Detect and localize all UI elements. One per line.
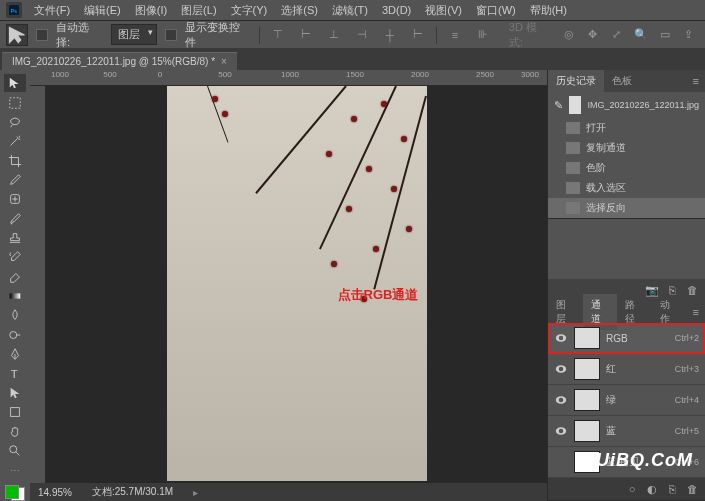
history-item[interactable]: 载入选区 [548,178,705,198]
visibility-toggle-icon[interactable] [554,424,568,438]
eraser-tool[interactable] [4,268,26,286]
history-step-icon [566,202,580,214]
separator [436,26,437,44]
close-tab-icon[interactable]: × [221,56,227,67]
menu-window[interactable]: 窗口(W) [470,1,522,20]
canvas-image[interactable]: 点击RGB通道 [167,86,427,481]
distribute-icon-2[interactable]: ⊪ [473,25,493,45]
menu-file[interactable]: 文件(F) [28,1,76,20]
3d-orbit-icon[interactable]: ◎ [559,25,579,45]
auto-select-dropdown[interactable]: 图层 [111,24,157,45]
watermark: UiBQ.CoM [596,450,693,471]
lasso-tool[interactable] [4,113,26,131]
visibility-toggle-icon[interactable] [554,362,568,376]
tab-channels[interactable]: 通道 [583,294,618,330]
auto-select-label: 自动选择: [56,20,103,50]
align-vcenter-icon[interactable]: ⊢ [296,25,316,45]
save-selection-icon[interactable]: ◐ [645,482,659,496]
magic-wand-tool[interactable] [4,132,26,150]
channels-footer: ○ ◐ ⎘ 🗑 [548,478,705,500]
panel-menu-icon[interactable]: ≡ [687,75,705,87]
history-brush-tool[interactable] [4,248,26,266]
3d-pan-icon[interactable]: ✥ [583,25,603,45]
menu-filter[interactable]: 滤镜(T) [326,1,374,20]
pen-tool[interactable] [4,345,26,363]
zoom-level[interactable]: 14.95% [38,487,72,498]
tab-actions[interactable]: 动作 [652,294,687,330]
history-brush-source-icon: ✎ [554,99,563,112]
channel-row-blue[interactable]: 蓝 Ctrl+5 [548,416,705,447]
color-swatches[interactable] [5,485,25,501]
crop-tool[interactable] [4,151,26,169]
annotation-text: 点击RGB通道 [338,286,419,304]
menu-help[interactable]: 帮助(H) [524,1,573,20]
align-bottom-icon[interactable]: ⊥ [324,25,344,45]
zoom-tool[interactable] [4,442,26,460]
menu-view[interactable]: 视图(V) [419,1,468,20]
menubar: Ps 文件(F) 编辑(E) 图像(I) 图层(L) 文字(Y) 选择(S) 滤… [0,0,705,20]
trash-icon[interactable]: 🗑 [685,283,699,297]
history-item[interactable]: 复制通道 [548,138,705,158]
history-item[interactable]: 打开 [548,118,705,138]
document-tab[interactable]: IMG_20210226_122011.jpg @ 15%(RGB/8) * × [2,52,237,70]
edit-toolbar-icon[interactable]: ⋯ [4,461,26,479]
history-source-row[interactable]: ✎ IMG_20210226_122011.jpg [548,92,705,118]
search-icon[interactable]: 🔍 [631,25,651,45]
dodge-tool[interactable] [4,326,26,344]
blur-tool[interactable] [4,306,26,324]
workspace-icon[interactable]: ▭ [655,25,675,45]
show-transform-label: 显示变换控件 [185,20,251,50]
panel-menu-icon[interactable]: ≡ [687,306,705,318]
history-item[interactable]: 选择反向 [548,198,705,218]
menu-image[interactable]: 图像(I) [129,1,173,20]
path-select-tool[interactable] [4,384,26,402]
eyedropper-tool[interactable] [4,171,26,189]
menu-type[interactable]: 文字(Y) [225,1,274,20]
visibility-toggle-icon[interactable] [554,393,568,407]
current-tool-icon[interactable] [6,24,28,46]
tab-paths[interactable]: 路径 [617,294,652,330]
menu-layer[interactable]: 图层(L) [175,1,222,20]
tab-history[interactable]: 历史记录 [548,70,604,92]
channel-thumb [574,420,600,442]
menu-edit[interactable]: 编辑(E) [78,1,127,20]
align-top-icon[interactable]: ⊤ [268,25,288,45]
brush-tool[interactable] [4,210,26,228]
visibility-toggle-icon[interactable] [554,455,568,469]
ruler-vertical[interactable] [30,86,46,501]
gradient-tool[interactable] [4,287,26,305]
visibility-toggle-icon[interactable] [554,331,568,345]
distribute-icon[interactable]: ≡ [445,25,465,45]
svg-rect-7 [11,408,20,417]
hand-tool[interactable] [4,422,26,440]
status-dropdown-icon[interactable]: ▸ [193,487,198,498]
doc-info: 文档:25.7M/30.1M [92,485,173,499]
channel-row-red[interactable]: 红 Ctrl+3 [548,354,705,385]
status-bar: 14.95% 文档:25.7M/30.1M ▸ [30,483,547,501]
load-selection-icon[interactable]: ○ [625,482,639,496]
share-icon[interactable]: ⇪ [679,25,699,45]
healing-tool[interactable] [4,190,26,208]
tab-swatches[interactable]: 色板 [604,70,640,92]
align-left-icon[interactable]: ⊣ [352,25,372,45]
history-item[interactable]: 色阶 [548,158,705,178]
marquee-tool[interactable] [4,93,26,111]
align-hcenter-icon[interactable]: ┼ [380,25,400,45]
menu-3d[interactable]: 3D(D) [376,2,417,18]
move-tool[interactable] [4,74,26,92]
auto-select-checkbox[interactable] [36,29,48,41]
foreground-color-swatch[interactable] [5,485,19,499]
svg-rect-4 [10,294,21,299]
ruler-horizontal[interactable]: 1000 500 0 500 1000 1500 2000 2500 3000 [30,70,547,86]
show-transform-checkbox[interactable] [165,29,177,41]
tab-layers[interactable]: 图层 [548,294,583,330]
align-right-icon[interactable]: ⊢ [408,25,428,45]
stamp-tool[interactable] [4,229,26,247]
3d-zoom-icon[interactable]: ⤢ [607,25,627,45]
shape-tool[interactable] [4,403,26,421]
type-tool[interactable]: T [4,364,26,382]
delete-channel-icon[interactable]: 🗑 [685,482,699,496]
channel-row-green[interactable]: 绿 Ctrl+4 [548,385,705,416]
menu-select[interactable]: 选择(S) [275,1,324,20]
new-channel-icon[interactable]: ⎘ [665,482,679,496]
